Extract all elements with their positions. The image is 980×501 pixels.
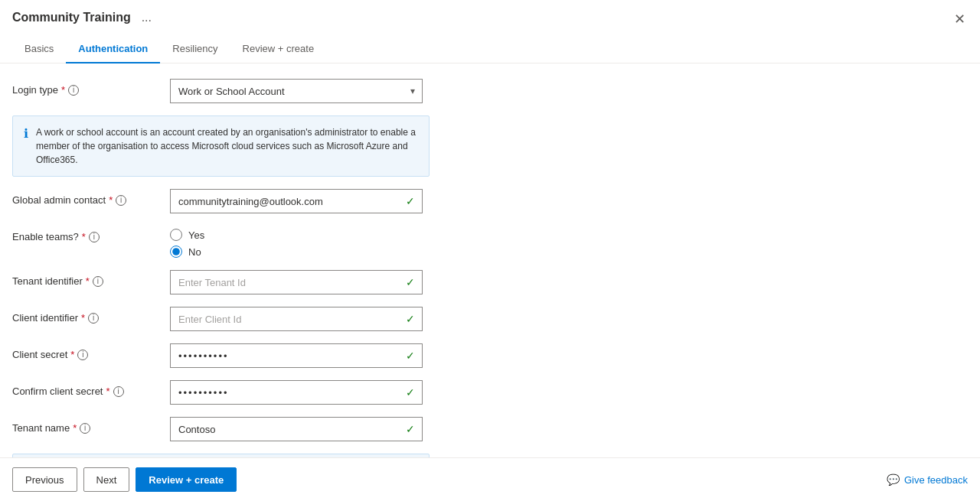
tab-basics[interactable]: Basics <box>12 35 66 63</box>
client-secret-label: Client secret * i <box>12 343 158 360</box>
global-admin-required: * <box>109 194 113 206</box>
enable-teams-yes-radio[interactable] <box>170 229 182 241</box>
info-box-text: A work or school account is an account c… <box>36 125 418 167</box>
tenant-identifier-label: Tenant identifier * i <box>12 270 158 287</box>
tenant-identifier-input[interactable] <box>170 270 423 294</box>
enable-teams-no-option[interactable]: No <box>170 246 204 258</box>
tenant-identifier-row: Tenant identifier * i ✓ <box>12 270 524 294</box>
enable-teams-label: Enable teams? * i <box>12 226 158 242</box>
footer: Previous Next Review + create 💬 Give fee… <box>0 457 980 501</box>
enable-teams-info-icon[interactable]: i <box>89 232 100 242</box>
enable-teams-radio-group: Yes No <box>170 226 204 258</box>
client-secret-input-wrapper: ✓ <box>170 343 423 368</box>
tenant-name-row: Tenant name * i ✓ <box>12 417 524 441</box>
login-type-required: * <box>61 84 65 96</box>
login-type-label: Login type * i <box>12 79 158 96</box>
feedback-label: Give feedback <box>904 474 968 486</box>
tab-review-create[interactable]: Review + create <box>230 35 327 63</box>
tenant-name-input[interactable] <box>170 417 423 441</box>
tenant-name-required: * <box>73 422 77 434</box>
global-admin-info-icon[interactable]: i <box>116 195 126 206</box>
enable-teams-no-radio[interactable] <box>170 246 182 258</box>
enable-teams-required: * <box>82 231 86 242</box>
enable-teams-yes-label: Yes <box>188 229 204 241</box>
confirm-client-secret-control: ✓ <box>170 380 423 405</box>
feedback-icon: 💬 <box>887 473 900 486</box>
tenant-name-label: Tenant name * i <box>12 417 158 434</box>
client-identifier-check-icon: ✓ <box>406 313 415 325</box>
global-admin-label: Global admin contact * i <box>12 189 158 206</box>
tenant-identifier-check-icon: ✓ <box>406 276 415 288</box>
client-identifier-input-wrapper: ✓ <box>170 307 423 331</box>
tenant-name-input-wrapper: ✓ <box>170 417 423 441</box>
global-admin-check-icon: ✓ <box>406 195 415 207</box>
confirm-client-secret-input[interactable] <box>170 380 423 405</box>
app-title: Community Training <box>12 11 131 24</box>
enable-teams-no-label: No <box>188 246 201 258</box>
tenant-identifier-input-wrapper: ✓ <box>170 270 423 294</box>
confirm-client-secret-required: * <box>106 386 109 397</box>
give-feedback-button[interactable]: 💬 Give feedback <box>887 473 968 486</box>
ellipsis-button[interactable]: ... <box>137 9 156 26</box>
client-identifier-label: Client identifier * i <box>12 307 158 324</box>
client-identifier-required: * <box>81 312 85 324</box>
login-type-row: Login type * i Work or School Account Ph… <box>12 79 524 103</box>
navigation-tabs: Basics Authentication Resiliency Review … <box>0 35 980 63</box>
client-secret-control: ✓ <box>170 343 423 368</box>
global-admin-control: ✓ <box>170 189 423 213</box>
global-admin-input[interactable] <box>170 189 423 213</box>
login-type-info-icon[interactable]: i <box>68 85 79 96</box>
tenant-identifier-control: ✓ <box>170 270 423 294</box>
client-secret-check-icon: ✓ <box>406 350 415 362</box>
review-create-button[interactable]: Review + create <box>136 467 237 492</box>
close-icon: ✕ <box>954 11 965 28</box>
tenant-name-info-icon[interactable]: i <box>80 423 90 434</box>
client-identifier-input[interactable] <box>170 307 423 331</box>
close-button[interactable]: ✕ <box>948 8 971 31</box>
confirm-client-secret-label: Confirm client secret * i <box>12 380 158 397</box>
login-type-select[interactable]: Work or School Account Phone Number Soci… <box>170 79 423 103</box>
global-admin-input-wrapper: ✓ <box>170 189 423 213</box>
title-bar: Community Training ... ✕ <box>0 0 980 35</box>
info-circle-icon: ℹ <box>24 126 28 167</box>
login-type-select-wrapper: Work or School Account Phone Number Soci… <box>170 79 423 103</box>
client-identifier-row: Client identifier * i ✓ <box>12 307 524 331</box>
footer-buttons-left: Previous Next Review + create <box>12 467 237 492</box>
tenant-identifier-required: * <box>86 275 90 287</box>
confirm-client-secret-info-icon[interactable]: i <box>113 386 124 397</box>
tenant-name-check-icon: ✓ <box>406 423 415 435</box>
main-content: Login type * i Work or School Account Ph… <box>0 63 536 501</box>
tenant-identifier-info-icon[interactable]: i <box>93 276 103 287</box>
confirm-client-secret-row: Confirm client secret * i ✓ <box>12 380 524 405</box>
next-button[interactable]: Next <box>83 467 130 492</box>
confirm-client-secret-input-wrapper: ✓ <box>170 380 423 405</box>
tab-authentication[interactable]: Authentication <box>66 35 160 63</box>
tenant-name-control: ✓ <box>170 417 423 441</box>
client-secret-info-icon[interactable]: i <box>77 350 88 360</box>
client-secret-required: * <box>70 349 74 360</box>
client-secret-row: Client secret * i ✓ <box>12 343 524 368</box>
confirm-client-secret-check-icon: ✓ <box>406 386 415 399</box>
global-admin-row: Global admin contact * i ✓ <box>12 189 524 213</box>
enable-teams-yes-option[interactable]: Yes <box>170 229 204 241</box>
enable-teams-row: Enable teams? * i Yes No <box>12 226 524 258</box>
client-identifier-control: ✓ <box>170 307 423 331</box>
login-type-info-box: ℹ A work or school account is an account… <box>12 115 430 177</box>
client-identifier-info-icon[interactable]: i <box>88 313 99 324</box>
previous-button[interactable]: Previous <box>12 467 77 492</box>
title-bar-left: Community Training ... <box>12 9 156 26</box>
tab-resiliency[interactable]: Resiliency <box>160 35 230 63</box>
client-secret-input[interactable] <box>170 343 423 368</box>
